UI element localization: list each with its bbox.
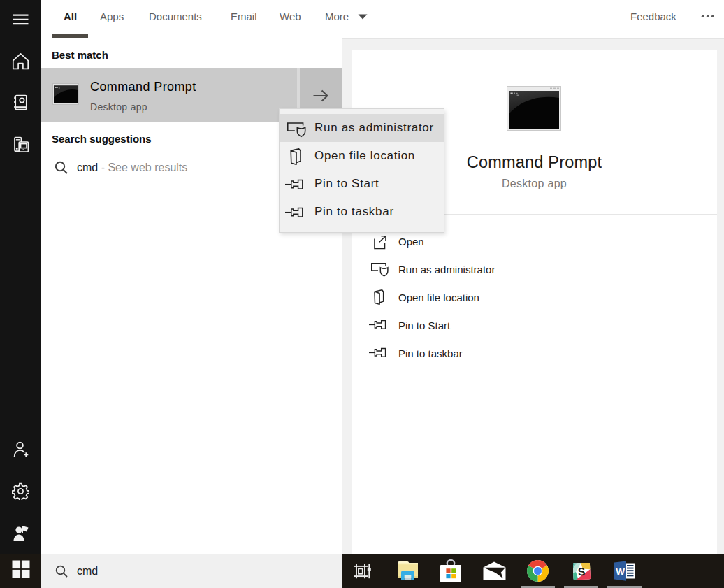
svg-text:S: S xyxy=(577,566,585,578)
svg-text:W: W xyxy=(616,566,625,577)
